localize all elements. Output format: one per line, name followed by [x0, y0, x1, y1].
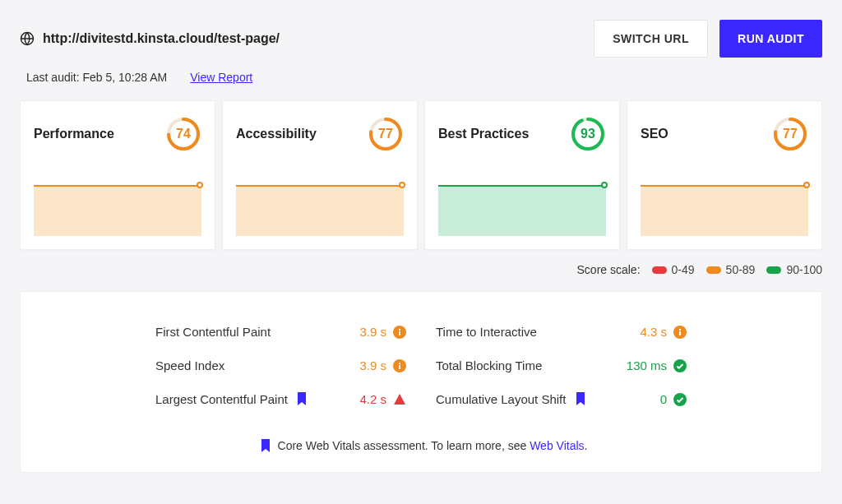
info-icon — [673, 326, 687, 339]
url-text: http://divitestd.kinsta.cloud/test-page/ — [43, 31, 280, 46]
check-icon — [673, 359, 687, 372]
info-icon — [393, 359, 406, 372]
card-title: Performance — [34, 127, 114, 141]
metric-value: 3.9 s — [359, 358, 386, 372]
metric-name: Time to Interactive — [436, 325, 537, 339]
url-section: http://divitestd.kinsta.cloud/test-page/ — [20, 31, 280, 46]
metric-name: Total Blocking Time — [436, 358, 542, 372]
svg-rect-13 — [399, 363, 400, 364]
svg-rect-14 — [399, 365, 400, 369]
metric-value: 0 — [660, 392, 667, 406]
subheader: Last audit: Feb 5, 10:28 AM View Report — [20, 71, 822, 84]
sparkline — [438, 185, 606, 236]
card-performance[interactable]: Performance 74 — [20, 100, 215, 250]
scale-item-orange: 50-89 — [706, 263, 756, 276]
metric-fcp: First Contentful Paint 3.9 s — [155, 315, 406, 349]
metric-value: 4.3 s — [640, 325, 667, 339]
footer-text-after: . — [585, 439, 588, 452]
metric-name: Speed Index — [155, 358, 224, 372]
scale-item-green: 90-100 — [766, 263, 822, 276]
sparkline — [236, 185, 404, 236]
check-icon — [673, 393, 687, 406]
metrics-panel: First Contentful Paint 3.9 s Speed Index… — [20, 291, 822, 473]
metric-value: 130 ms — [627, 358, 667, 372]
pill-orange-icon — [706, 266, 721, 274]
card-title: Best Practices — [438, 127, 529, 141]
metric-value: 4.2 s — [359, 392, 386, 406]
pill-green-icon — [766, 266, 781, 274]
svg-rect-16 — [679, 329, 681, 331]
card-best-practices[interactable]: Best Practices 93 — [424, 100, 620, 250]
metric-name: First Contentful Paint — [155, 325, 271, 339]
svg-rect-17 — [679, 331, 681, 335]
metric-tbt: Total Blocking Time 130 ms — [436, 349, 687, 382]
bookmark-icon — [575, 392, 586, 405]
score-cards: Performance 74 Accessibility — [20, 100, 822, 250]
card-accessibility[interactable]: Accessibility 77 — [222, 100, 418, 250]
metric-tti: Time to Interactive 4.3 s — [436, 315, 687, 349]
metric-name: Largest Contentful Paint — [155, 392, 308, 406]
bookmark-icon — [260, 439, 271, 452]
metric-si: Speed Index 3.9 s — [155, 349, 406, 382]
metric-name: Cumulative Layout Shift — [436, 392, 586, 406]
card-seo[interactable]: SEO 77 — [627, 100, 822, 250]
metric-lcp: Largest Contentful Paint 4.2 s — [155, 382, 406, 416]
gauge-best-practices: 93 — [570, 116, 606, 152]
view-report-link[interactable]: View Report — [190, 71, 252, 84]
svg-point-19 — [673, 393, 687, 406]
warning-icon — [393, 393, 406, 406]
footer-note: Core Web Vitals assessment. To learn mor… — [40, 439, 802, 452]
gauge-value: 93 — [570, 116, 606, 152]
metric-cls: Cumulative Layout Shift 0 — [436, 382, 687, 416]
globe-icon — [20, 31, 35, 46]
svg-rect-11 — [399, 331, 400, 335]
metrics-col-2: Time to Interactive 4.3 s Total Blocking… — [436, 315, 687, 416]
svg-point-18 — [673, 359, 687, 372]
gauge-value: 77 — [368, 116, 404, 152]
gauge-value: 74 — [165, 116, 201, 152]
sparkline — [641, 185, 808, 236]
card-title: SEO — [641, 127, 669, 141]
sparkline — [34, 185, 201, 236]
gauge-performance: 74 — [165, 116, 201, 152]
gauge-seo: 77 — [772, 116, 808, 152]
gauge-accessibility: 77 — [368, 116, 404, 152]
scale-item-red: 0-49 — [652, 263, 695, 276]
scale-label: Score scale: — [577, 263, 641, 276]
web-vitals-link[interactable]: Web Vitals — [530, 439, 584, 452]
last-audit-label: Last audit: Feb 5, 10:28 AM — [26, 71, 167, 84]
info-icon — [393, 326, 406, 339]
gauge-value: 77 — [772, 116, 808, 152]
svg-rect-10 — [399, 329, 400, 331]
card-title: Accessibility — [236, 127, 317, 141]
run-audit-button[interactable]: RUN AUDIT — [719, 20, 822, 58]
footer-text: Core Web Vitals assessment. To learn mor… — [278, 439, 530, 452]
header-buttons: SWITCH URL RUN AUDIT — [594, 20, 822, 58]
metric-value: 3.9 s — [359, 325, 386, 339]
switch-url-button[interactable]: SWITCH URL — [594, 20, 708, 58]
metrics-col-1: First Contentful Paint 3.9 s Speed Index… — [155, 315, 406, 416]
pill-red-icon — [652, 266, 667, 274]
score-scale-legend: Score scale: 0-49 50-89 90-100 — [20, 263, 822, 276]
bookmark-icon — [296, 392, 308, 405]
header: http://divitestd.kinsta.cloud/test-page/… — [20, 20, 822, 58]
